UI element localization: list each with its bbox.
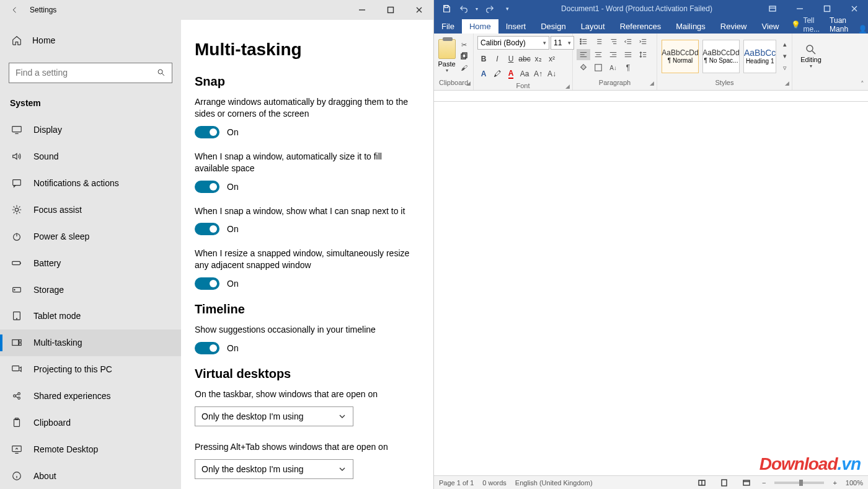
home-button[interactable]: Home [0, 27, 181, 54]
nav-battery[interactable]: Battery [0, 249, 181, 276]
show-marks-button[interactable]: ¶ [621, 62, 635, 73]
nav-storage[interactable]: Storage [0, 276, 181, 303]
bullets-button[interactable] [577, 36, 590, 47]
collapse-ribbon-button[interactable]: ˄ [861, 80, 864, 88]
increase-indent-button[interactable] [636, 36, 650, 47]
editing-button[interactable]: Editing ▾ [796, 43, 826, 69]
nav-shared-experiences[interactable]: Shared experiences [0, 383, 181, 410]
style-heading-1[interactable]: AaBbCcHeading 1 [743, 40, 776, 73]
align-left-button[interactable] [577, 49, 590, 60]
styles-expand[interactable]: ▿ [779, 63, 790, 73]
document-area[interactable] [434, 102, 868, 475]
search-box[interactable] [9, 63, 172, 83]
subscript-button[interactable]: x₂ [532, 53, 544, 65]
word-close-button[interactable] [841, 0, 868, 17]
tab-review[interactable]: Review [713, 19, 755, 34]
tab-mailings[interactable]: Mailings [668, 19, 713, 34]
search-input[interactable] [16, 68, 157, 78]
snap-opt2-toggle[interactable] [195, 181, 219, 193]
qat-undo-more[interactable]: ▾ [474, 1, 480, 16]
tab-references[interactable]: References [613, 19, 668, 34]
tab-file[interactable]: File [434, 19, 462, 34]
nav-focus-assist[interactable]: Focus assist [0, 197, 181, 223]
word-minimize-button[interactable] [786, 0, 813, 17]
style-no-spacing[interactable]: AaBbCcDd¶ No Spac... [702, 40, 740, 73]
align-right-button[interactable] [606, 49, 620, 60]
nav-tablet-mode[interactable]: Tablet mode [0, 303, 181, 330]
shading-button[interactable] [577, 62, 590, 73]
ruler[interactable] [434, 91, 868, 102]
font-size-selector[interactable]: 11▾ [551, 36, 574, 50]
status-page[interactable]: Page 1 of 1 [439, 479, 474, 487]
grow-font-button[interactable]: A↑ [532, 68, 544, 79]
share-button[interactable]: 👤Share [853, 25, 868, 34]
tell-me-box[interactable]: 💡Tell me... [786, 16, 825, 34]
snap-opt3-toggle[interactable] [195, 223, 219, 235]
align-center-button[interactable] [591, 49, 605, 60]
format-painter-button[interactable]: 🖌 [458, 63, 469, 73]
minimize-button[interactable] [348, 0, 376, 20]
virtual-dropdown-1[interactable]: Only the desktop I'm using [195, 406, 353, 426]
timeline-opt1-toggle[interactable] [195, 342, 219, 354]
font-color-button[interactable]: A [505, 68, 517, 79]
superscript-button[interactable]: x² [546, 53, 558, 65]
underline-button[interactable]: U [505, 53, 517, 65]
back-button[interactable] [0, 0, 30, 20]
nav-display[interactable]: Display [0, 117, 181, 143]
style-normal[interactable]: AaBbCcDd¶ Normal [662, 40, 699, 73]
clipboard-launcher[interactable]: ◢ [466, 80, 471, 86]
web-layout-button[interactable] [740, 478, 753, 488]
bold-button[interactable]: B [477, 53, 490, 65]
qat-save-button[interactable] [439, 1, 454, 16]
strikethrough-button[interactable]: abc [518, 53, 531, 65]
decrease-indent-button[interactable] [621, 36, 635, 47]
tab-insert[interactable]: Insert [498, 19, 534, 34]
read-mode-button[interactable] [695, 478, 709, 488]
tab-design[interactable]: Design [533, 19, 573, 34]
borders-button[interactable] [591, 62, 605, 73]
font-name-selector[interactable]: Calibri (Body)▾ [477, 36, 549, 50]
nav-sound[interactable]: Sound [0, 143, 181, 170]
shrink-font-button[interactable]: A↓ [546, 68, 558, 79]
qat-undo-button[interactable] [456, 1, 471, 16]
nav-power-sleep[interactable]: Power & sleep [0, 223, 181, 249]
nav-about[interactable]: About [0, 462, 181, 489]
status-language[interactable]: English (United Kingdom) [515, 479, 593, 487]
print-layout-button[interactable] [717, 478, 731, 488]
text-effects-button[interactable]: A [477, 68, 490, 79]
change-case-button[interactable]: Aa [518, 68, 531, 79]
maximize-button[interactable] [376, 0, 405, 20]
nav-clipboard[interactable]: Clipboard [0, 409, 181, 436]
ribbon-display-options[interactable] [759, 0, 786, 17]
snap-opt1-toggle[interactable] [195, 126, 219, 138]
close-button[interactable] [405, 0, 433, 20]
user-name[interactable]: Tuan Manh [825, 16, 853, 34]
paste-button[interactable]: Paste ▾ [438, 39, 456, 73]
styles-launcher[interactable]: ◢ [785, 80, 789, 86]
status-words[interactable]: 0 words [482, 479, 507, 487]
justify-button[interactable] [621, 49, 635, 60]
tab-view[interactable]: View [754, 19, 786, 34]
snap-opt4-toggle[interactable] [195, 277, 219, 290]
tab-layout[interactable]: Layout [574, 19, 613, 34]
nav-projecting[interactable]: Projecting to this PC [0, 356, 181, 383]
paragraph-launcher[interactable]: ◢ [650, 80, 654, 86]
zoom-in-button[interactable]: + [833, 479, 836, 487]
highlight-button[interactable]: 🖍 [491, 68, 503, 79]
cut-button[interactable]: ✂ [458, 40, 469, 50]
styles-scroll-down[interactable]: ▾ [779, 52, 790, 61]
nav-notifications[interactable]: Notifications & actions [0, 170, 181, 197]
italic-button[interactable]: I [491, 53, 503, 65]
zoom-level[interactable]: 100% [846, 479, 863, 487]
qat-redo-button[interactable] [482, 1, 497, 16]
numbering-button[interactable] [591, 36, 605, 47]
multilevel-button[interactable] [606, 36, 620, 47]
settings-content[interactable]: Multi-tasking Snap Arrange windows autom… [181, 20, 433, 489]
copy-button[interactable] [458, 52, 469, 61]
word-maximize-button[interactable] [813, 0, 841, 17]
tab-home[interactable]: Home [462, 19, 498, 34]
zoom-out-button[interactable]: − [762, 479, 766, 487]
font-launcher[interactable]: ◢ [565, 83, 570, 89]
qat-customize[interactable]: ▾ [500, 1, 515, 16]
virtual-dropdown-2[interactable]: Only the desktop I'm using [195, 459, 353, 479]
